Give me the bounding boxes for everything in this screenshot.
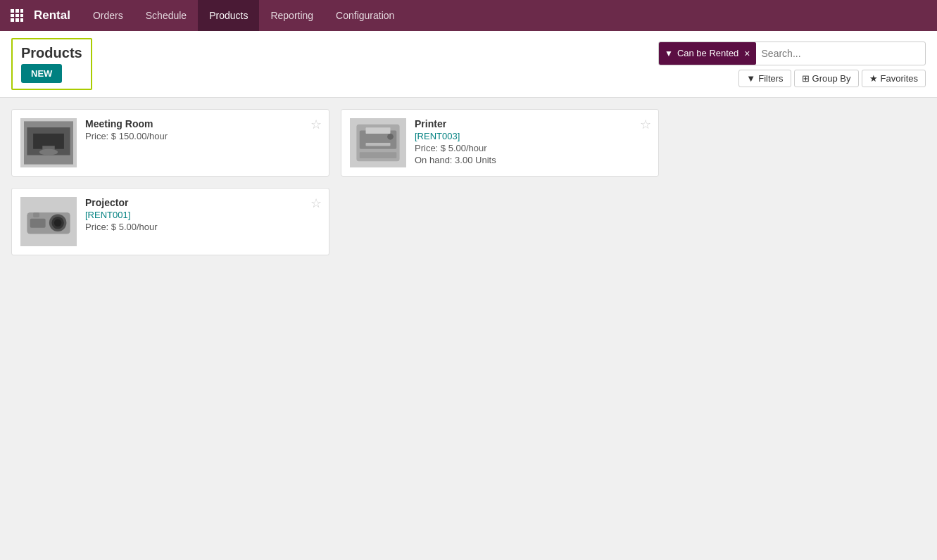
product-price: Price: $ 5.00/hour (85, 222, 320, 232)
product-card[interactable]: Projector[RENT001]Price: $ 5.00/hour☆ (11, 188, 329, 255)
favorites-button[interactable]: ★ Favorites (862, 70, 926, 87)
nav-item-schedule[interactable]: Schedule (134, 0, 198, 31)
filters-button[interactable]: ▼ Filters (738, 70, 791, 87)
header-bar: Products NEW ▼ Can be Rented × ▼ Filters… (0, 31, 937, 98)
svg-rect-17 (360, 152, 397, 158)
product-name: Printer (415, 118, 650, 129)
svg-rect-5 (20, 14, 23, 17)
nav-item-configuration[interactable]: Configuration (325, 0, 405, 31)
product-code: [RENT001] (85, 210, 320, 220)
favorite-star-button[interactable]: ☆ (640, 117, 651, 132)
product-name: Projector (85, 197, 320, 208)
content-area: Meeting RoomPrice: $ 150.00/hour☆ Printe… (0, 98, 937, 267)
filter-icon: ▼ (665, 49, 673, 58)
product-card[interactable]: Printer[RENT003]Price: $ 5.00/hourOn han… (341, 109, 659, 177)
product-price: Price: $ 150.00/hour (85, 131, 320, 141)
favorites-label: Favorites (881, 73, 918, 84)
page-title-area: Products NEW (11, 38, 92, 90)
product-code: [RENT003] (415, 131, 650, 141)
product-image (20, 197, 77, 246)
nav-item-reporting[interactable]: Reporting (259, 0, 325, 31)
product-image (20, 118, 77, 167)
filters-label: Filters (758, 73, 783, 84)
nav-items: OrdersScheduleProductsReportingConfigura… (82, 0, 405, 31)
product-info: Projector[RENT001]Price: $ 5.00/hour (85, 197, 320, 234)
star-icon: ★ (869, 73, 878, 84)
svg-point-23 (54, 219, 62, 227)
favorite-star-button[interactable]: ☆ (310, 117, 322, 132)
nav-item-products[interactable]: Products (198, 0, 259, 31)
new-button[interactable]: NEW (21, 64, 62, 83)
product-name: Meeting Room (85, 118, 320, 129)
nav-item-orders[interactable]: Orders (82, 0, 134, 31)
svg-rect-0 (11, 9, 14, 13)
product-card[interactable]: Meeting RoomPrice: $ 150.00/hour☆ (11, 109, 329, 177)
product-image (350, 118, 406, 167)
product-price: Price: $ 5.00/hour (415, 143, 650, 153)
favorite-star-button[interactable]: ☆ (310, 196, 322, 211)
product-info: Printer[RENT003]Price: $ 5.00/hourOn han… (415, 118, 650, 165)
apps-menu-button[interactable] (6, 4, 28, 27)
page-title: Products (21, 45, 82, 61)
groupby-label: Group By (812, 73, 851, 84)
svg-rect-7 (15, 18, 19, 22)
filter-tag-label: Can be Rented (677, 48, 738, 58)
svg-rect-4 (15, 14, 19, 17)
product-info: Meeting RoomPrice: $ 150.00/hour (85, 118, 320, 143)
svg-rect-2 (20, 9, 23, 13)
products-grid: Meeting RoomPrice: $ 150.00/hour☆ Printe… (11, 109, 926, 255)
filter-tag-close[interactable]: × (744, 48, 750, 59)
svg-rect-8 (20, 18, 23, 22)
search-input[interactable] (756, 48, 925, 59)
svg-rect-16 (366, 127, 391, 134)
top-navigation: Rental OrdersScheduleProductsReportingCo… (0, 0, 937, 31)
svg-point-19 (387, 134, 394, 140)
svg-rect-1 (15, 9, 19, 13)
svg-rect-24 (30, 219, 46, 228)
svg-rect-25 (33, 212, 39, 217)
product-onhand: On hand: 3.00 Units (415, 155, 650, 165)
svg-rect-3 (11, 14, 14, 17)
search-actions: ▼ Filters ⊞ Group By ★ Favorites (738, 70, 926, 87)
app-brand: Rental (34, 8, 70, 23)
filter-tag-can-be-rented: ▼ Can be Rented × (659, 42, 756, 65)
svg-point-13 (39, 149, 58, 155)
groupby-button[interactable]: ⊞ Group By (794, 70, 859, 87)
search-bar: ▼ Can be Rented × (658, 42, 926, 65)
filter-icon: ▼ (746, 73, 755, 84)
svg-rect-18 (366, 143, 391, 146)
search-area: ▼ Can be Rented × ▼ Filters ⊞ Group By ★… (658, 42, 926, 87)
svg-rect-6 (11, 18, 14, 22)
groupby-icon: ⊞ (802, 73, 810, 84)
